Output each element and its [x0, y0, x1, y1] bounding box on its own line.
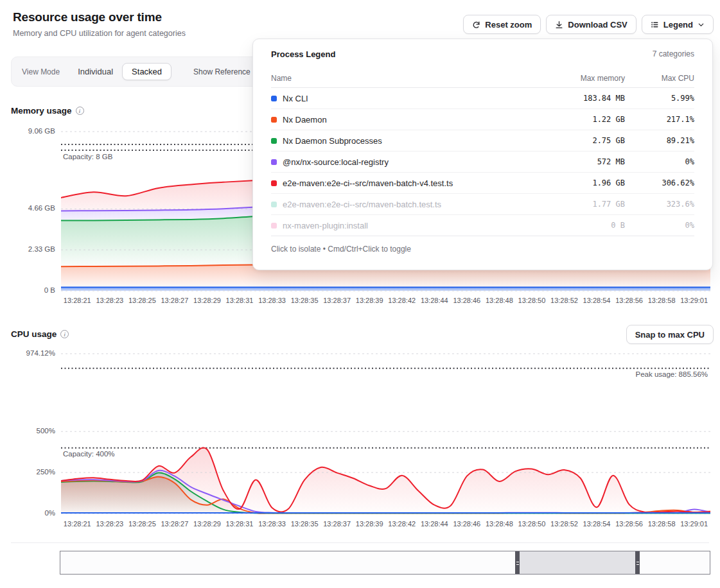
brush-handle-left[interactable] [515, 551, 520, 574]
time-tick-label: 13:28:25 [126, 297, 159, 304]
legend-row[interactable]: e2e-maven:e2e-ci--src/maven-batch-v4.tes… [271, 173, 694, 194]
y-tick-label: 500% [0, 427, 55, 435]
legend-row[interactable]: e2e-maven:e2e-ci--src/maven-batch.test.t… [271, 194, 694, 215]
cpu-x-axis: 13:28:2113:28:2313:28:2513:28:2713:28:29… [61, 520, 710, 528]
y-tick-label: 4.66 GB [0, 204, 55, 212]
time-tick-label: 13:28:37 [320, 297, 353, 304]
time-tick-label: 13:28:52 [548, 520, 581, 528]
time-tick-label: 13:28:31 [224, 520, 256, 528]
time-tick-label: 13:28:31 [224, 297, 256, 304]
legend-row-max-cpu: 217.1% [625, 115, 694, 124]
time-tick-label: 13:28:23 [94, 520, 127, 528]
time-tick-label: 13:28:25 [126, 520, 159, 528]
time-tick-label: 13:28:58 [645, 297, 678, 304]
brush-selection[interactable] [517, 551, 637, 574]
legend-row-max-cpu: 5.99% [625, 94, 694, 103]
view-mode-individual[interactable]: Individual [78, 67, 113, 76]
time-tick-label: 13:29:01 [678, 520, 710, 528]
time-tick-label: 13:28:56 [613, 520, 645, 528]
memory-x-axis: 13:28:2113:28:2313:28:2513:28:2713:28:29… [61, 297, 710, 304]
time-tick-label: 13:28:46 [451, 520, 484, 528]
legend-row[interactable]: nx-maven-plugin:install0 B0% [271, 215, 694, 236]
legend-row-name: Nx Daemon Subprocesses [271, 136, 529, 146]
time-tick-label: 13:28:56 [613, 297, 645, 304]
time-tick-label: 13:28:29 [191, 297, 224, 304]
download-icon [555, 21, 563, 29]
info-icon[interactable]: i [76, 107, 84, 115]
download-csv-button[interactable]: Download CSV [546, 15, 636, 34]
time-tick-label: 13:28:23 [94, 297, 127, 304]
legend-row-name: Nx CLI [271, 94, 529, 103]
svg-text:Capacity: 400%: Capacity: 400% [63, 450, 115, 458]
cpu-section-title: CPU usage i [11, 329, 69, 339]
view-mode-stacked[interactable]: Stacked [122, 63, 171, 80]
snap-to-max-cpu-button[interactable]: Snap to max CPU [626, 325, 714, 344]
legend-row-name: @nx/nx-source:local-registry [271, 157, 529, 167]
time-tick-label: 13:28:21 [61, 520, 94, 528]
y-tick-label: 9.06 GB [0, 127, 55, 135]
legend-row-max-memory: 1.96 GB [529, 178, 625, 187]
legend-row-max-memory: 2.75 GB [529, 136, 625, 145]
time-tick-label: 13:28:21 [61, 297, 94, 304]
y-tick-label: 0% [0, 509, 55, 517]
legend-row-name: nx-maven-plugin:install [271, 221, 529, 230]
time-tick-label: 13:28:35 [288, 297, 321, 304]
legend-row-max-memory: 183.84 MB [529, 94, 625, 103]
time-tick-label: 13:28:42 [385, 520, 418, 528]
legend-row[interactable]: Nx CLI183.84 MB5.99% [271, 88, 694, 109]
time-tick-label: 13:28:27 [159, 297, 191, 304]
info-icon[interactable]: i [60, 330, 69, 338]
legend-row-max-memory: 1.22 GB [529, 115, 625, 124]
brush-handle-right[interactable] [635, 551, 640, 574]
y-tick-label: 0 B [0, 286, 55, 294]
time-tick-label: 13:28:27 [159, 520, 191, 528]
time-tick-label: 13:28:50 [516, 297, 549, 304]
legend-row-max-cpu: 0% [625, 221, 694, 230]
legend-row-max-memory: 572 MB [529, 157, 625, 166]
refresh-icon [472, 21, 480, 29]
time-tick-label: 13:28:35 [288, 520, 321, 528]
legend-footer-hint: Click to isolate • Cmd/Ctrl+Click to tog… [271, 236, 694, 262]
time-tick-label: 13:28:58 [645, 520, 678, 528]
legend-row[interactable]: Nx Daemon1.22 GB217.1% [271, 109, 694, 130]
time-tick-label: 13:28:39 [353, 297, 386, 304]
legend-panel-title: Process Legend [271, 49, 335, 59]
legend-row-max-cpu: 89.21% [625, 136, 694, 145]
time-tick-label: 13:28:52 [548, 297, 581, 304]
chevron-down-icon [698, 21, 705, 28]
series-color-dot [271, 180, 277, 186]
time-tick-label: 13:28:42 [385, 297, 418, 304]
app-window: Resource usage over time Memory and CPU … [0, 0, 720, 588]
y-tick-label: 974.12% [0, 349, 55, 357]
divider [11, 542, 709, 543]
time-tick-label: 13:28:37 [320, 520, 353, 528]
legend-dropdown-button[interactable]: Legend [642, 15, 714, 34]
legend-row[interactable]: Nx Daemon Subprocesses2.75 GB89.21% [271, 130, 694, 151]
time-tick-label: 13:28:44 [418, 297, 451, 304]
legend-row-name: e2e-maven:e2e-ci--src/maven-batch-v4.tes… [271, 178, 529, 188]
legend-row[interactable]: @nx/nx-source:local-registry572 MB0% [271, 151, 694, 173]
legend-row-max-cpu: 0% [625, 157, 694, 166]
cpu-chart[interactable]: Peak usage: 885.56%Capacity: 400% [61, 350, 710, 518]
legend-row-name: Nx Daemon [271, 115, 529, 125]
view-mode-label: View Mode [22, 67, 60, 76]
legend-column-headers: Name Max memory Max CPU [271, 69, 694, 88]
header-actions: Reset zoom Download CSV Legend [463, 15, 714, 34]
reset-zoom-button[interactable]: Reset zoom [463, 15, 541, 34]
legend-row-max-cpu: 323.6% [625, 200, 694, 209]
legend-category-count: 7 categories [653, 49, 694, 58]
time-range-brush[interactable] [60, 551, 710, 575]
time-tick-label: 13:28:54 [581, 297, 613, 304]
svg-text:Capacity: 8 GB: Capacity: 8 GB [63, 153, 113, 160]
series-color-dot [271, 159, 277, 165]
series-color-dot [271, 223, 277, 229]
process-legend-panel: Process Legend 7 categories Name Max mem… [252, 39, 713, 270]
page-title: Resource usage over time [13, 10, 162, 24]
y-tick-label: 2.33 GB [0, 245, 55, 253]
legend-row-name: e2e-maven:e2e-ci--src/maven-batch.test.t… [271, 200, 529, 209]
time-tick-label: 13:28:50 [516, 520, 549, 528]
series-color-dot [271, 202, 277, 207]
time-tick-label: 13:28:46 [451, 297, 484, 304]
time-tick-label: 13:28:29 [191, 520, 224, 528]
page-subtitle: Memory and CPU utilization for agent cat… [13, 29, 186, 38]
